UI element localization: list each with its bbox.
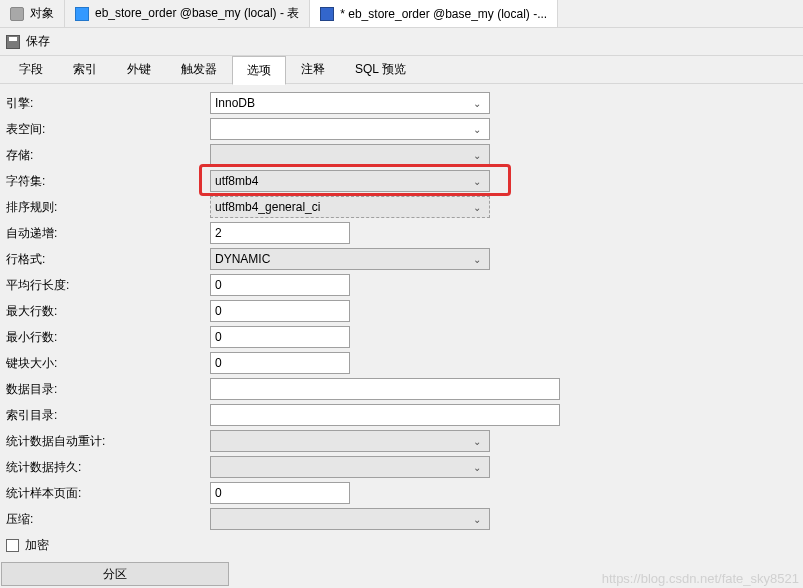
key-block-input[interactable]: 0 <box>210 352 350 374</box>
stats-persist-dropdown[interactable]: ⌄ <box>210 456 490 478</box>
label-auto-increment: 自动递增: <box>6 225 210 242</box>
label-tablespace: 表空间: <box>6 121 210 138</box>
chevron-down-icon: ⌄ <box>469 254 485 265</box>
object-icon <box>10 7 24 21</box>
label-compress: 压缩: <box>6 511 210 528</box>
tab-table-2-active[interactable]: * eb_store_order @base_my (local) -... <box>310 0 558 27</box>
collation-dropdown[interactable]: utf8mb4_general_ci ⌄ <box>210 196 490 218</box>
tab-table-2-label: * eb_store_order @base_my (local) -... <box>340 7 547 21</box>
stats-sample-value: 0 <box>215 486 222 500</box>
subtab-comment[interactable]: 注释 <box>286 55 340 84</box>
label-data-dir: 数据目录: <box>6 381 210 398</box>
subtab-sql[interactable]: SQL 预览 <box>340 55 421 84</box>
label-encrypt: 加密 <box>25 537 49 554</box>
chevron-down-icon: ⌄ <box>469 436 485 447</box>
row-format-value: DYNAMIC <box>215 252 270 266</box>
label-stats-sample: 统计样本页面: <box>6 485 210 502</box>
key-block-value: 0 <box>215 356 222 370</box>
avg-row-len-value: 0 <box>215 278 222 292</box>
data-dir-input[interactable] <box>210 378 560 400</box>
label-storage: 存储: <box>6 147 210 164</box>
stats-auto-dropdown[interactable]: ⌄ <box>210 430 490 452</box>
subtab-triggers[interactable]: 触发器 <box>166 55 232 84</box>
collation-value: utf8mb4_general_ci <box>215 200 320 214</box>
tab-object[interactable]: 对象 <box>0 0 65 27</box>
engine-value: InnoDB <box>215 96 255 110</box>
row-format-dropdown[interactable]: DYNAMIC ⌄ <box>210 248 490 270</box>
save-icon <box>6 35 20 49</box>
chevron-down-icon: ⌄ <box>469 124 485 135</box>
min-rows-value: 0 <box>215 330 222 344</box>
compress-dropdown[interactable]: ⌄ <box>210 508 490 530</box>
label-stats-auto: 统计数据自动重计: <box>6 433 210 450</box>
tab-table-1-label: eb_store_order @base_my (local) - 表 <box>95 5 299 22</box>
min-rows-input[interactable]: 0 <box>210 326 350 348</box>
label-engine: 引擎: <box>6 95 210 112</box>
avg-row-len-input[interactable]: 0 <box>210 274 350 296</box>
sub-tab-bar: 字段 索引 外键 触发器 选项 注释 SQL 预览 <box>0 56 803 84</box>
partition-button[interactable]: 分区 <box>1 562 229 586</box>
chevron-down-icon: ⌄ <box>469 462 485 473</box>
chevron-down-icon: ⌄ <box>469 176 485 187</box>
label-key-block: 键块大小: <box>6 355 210 372</box>
label-max-rows: 最大行数: <box>6 303 210 320</box>
chevron-down-icon: ⌄ <box>469 150 485 161</box>
tab-object-label: 对象 <box>30 5 54 22</box>
top-tab-bar: 对象 eb_store_order @base_my (local) - 表 *… <box>0 0 803 28</box>
table-icon <box>320 7 334 21</box>
subtab-options-active[interactable]: 选项 <box>232 56 286 85</box>
label-min-rows: 最小行数: <box>6 329 210 346</box>
label-collation: 排序规则: <box>6 199 210 216</box>
engine-dropdown[interactable]: InnoDB ⌄ <box>210 92 490 114</box>
subtab-indexes[interactable]: 索引 <box>58 55 112 84</box>
max-rows-input[interactable]: 0 <box>210 300 350 322</box>
chevron-down-icon: ⌄ <box>469 98 485 109</box>
auto-increment-value: 2 <box>215 226 222 240</box>
chevron-down-icon: ⌄ <box>469 202 485 213</box>
label-row-format: 行格式: <box>6 251 210 268</box>
subtab-fk[interactable]: 外键 <box>112 55 166 84</box>
label-charset: 字符集: <box>6 173 210 190</box>
tab-table-1[interactable]: eb_store_order @base_my (local) - 表 <box>65 0 310 27</box>
label-index-dir: 索引目录: <box>6 407 210 424</box>
encrypt-checkbox[interactable] <box>6 539 19 552</box>
subtab-fields[interactable]: 字段 <box>4 55 58 84</box>
index-dir-input[interactable] <box>210 404 560 426</box>
charset-dropdown[interactable]: utf8mb4 ⌄ <box>210 170 490 192</box>
charset-value: utf8mb4 <box>215 174 258 188</box>
max-rows-value: 0 <box>215 304 222 318</box>
label-avg-row-len: 平均行长度: <box>6 277 210 294</box>
options-form: 引擎: InnoDB ⌄ 表空间: ⌄ 存储: ⌄ 字符集: utf8mb4 ⌄… <box>0 84 803 586</box>
tablespace-dropdown[interactable]: ⌄ <box>210 118 490 140</box>
chevron-down-icon: ⌄ <box>469 514 485 525</box>
stats-sample-input[interactable]: 0 <box>210 482 350 504</box>
auto-increment-input[interactable]: 2 <box>210 222 350 244</box>
save-button[interactable]: 保存 <box>26 33 50 50</box>
table-icon <box>75 7 89 21</box>
toolbar: 保存 <box>0 28 803 56</box>
storage-dropdown[interactable]: ⌄ <box>210 144 490 166</box>
label-stats-persist: 统计数据持久: <box>6 459 210 476</box>
